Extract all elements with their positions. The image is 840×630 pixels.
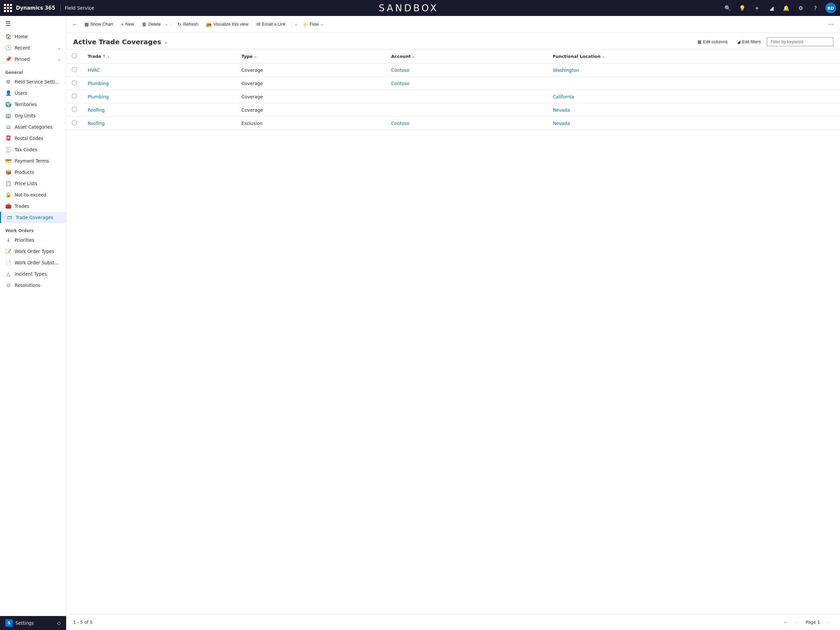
view-area: Active Trade Coverages ⌄ ▦ Edit columns … <box>66 33 840 614</box>
edit-filters-button[interactable]: ◢ Edit filters <box>734 38 764 46</box>
sidebar-item-trade-coverages[interactable]: 🗃 Trade Coverages <box>0 212 66 223</box>
row-select-cell[interactable] <box>66 103 82 117</box>
row-select-cell[interactable] <box>66 90 82 103</box>
more-button[interactable]: ··· <box>826 19 836 30</box>
waffle-menu[interactable] <box>4 4 12 12</box>
next-page-button[interactable]: → <box>823 618 833 627</box>
account-cell: Contoso <box>386 63 548 77</box>
app-name[interactable]: Field Service <box>65 5 94 11</box>
flow-dropdown-icon: ⌄ <box>321 22 323 26</box>
prev-page-button[interactable]: ← <box>792 618 803 627</box>
first-page-button[interactable]: ⇤ <box>781 618 791 627</box>
func-location-link[interactable]: Nevada <box>553 108 570 113</box>
account-cell <box>386 90 548 103</box>
data-table: Trade ↑ ⌄ Type ⌄ <box>66 50 840 130</box>
col-header-account[interactable]: Account ⌄ <box>386 50 548 63</box>
type-dropdown-icon: ⌄ <box>254 54 257 59</box>
delete-button[interactable]: 🗑 Delete <box>139 20 164 29</box>
brand-name[interactable]: Dynamics 365 <box>16 5 55 11</box>
edit-columns-button[interactable]: ▦ Edit columns <box>694 38 731 46</box>
sidebar-item-asset-categories[interactable]: 🗂 Asset Categories <box>0 121 66 133</box>
settings-icon[interactable]: ⚙ <box>796 3 805 13</box>
delete-icon: 🗑 <box>142 22 147 27</box>
new-button[interactable]: + New <box>118 20 137 29</box>
trade-link[interactable]: Plumbing <box>88 81 109 86</box>
flow-button[interactable]: ⚡ Flow ⌄ <box>299 20 327 29</box>
sidebar-item-field-service-settings[interactable]: ⚙ Field Service Setti... <box>0 76 66 87</box>
email-dropdown-icon[interactable]: ⌄ <box>295 22 298 26</box>
row-select-cell[interactable] <box>66 77 82 90</box>
sidebar-item-work-order-subst[interactable]: 📄 Work Order Subst... <box>0 257 66 268</box>
row-select-cell[interactable] <box>66 117 82 130</box>
sidebar-item-pinned[interactable]: 📌 Pinned ⌄ <box>0 54 66 65</box>
sidebar-item-products[interactable]: 📦 Products <box>0 166 66 178</box>
row-checkbox[interactable] <box>72 93 77 99</box>
sidebar-toggle[interactable]: ☰ <box>0 16 66 31</box>
sidebar-item-tax-codes[interactable]: 🧾 Tax Codes <box>0 144 66 155</box>
back-button[interactable]: ← <box>71 19 80 29</box>
trade-link[interactable]: HVAC <box>88 68 100 73</box>
edit-columns-label: Edit columns <box>703 39 728 44</box>
email-link-button[interactable]: ✉ Email a Link <box>253 20 289 29</box>
sidebar-item-payment-terms[interactable]: 💳 Payment Terms <box>0 155 66 166</box>
func-location-link[interactable]: Washington <box>553 68 579 73</box>
trade-cell: Roofing <box>82 103 236 117</box>
bell-icon[interactable]: 🔔 <box>782 3 791 13</box>
func-location-link[interactable]: Nevada <box>553 121 570 126</box>
row-checkbox[interactable] <box>72 67 77 72</box>
account-link[interactable]: Contoso <box>391 68 409 73</box>
sidebar-item-priorities[interactable]: ↓ Priorities <box>0 234 66 246</box>
sidebar-item-postal-codes[interactable]: 📮 Postal Codes <box>0 133 66 144</box>
row-checkbox[interactable] <box>72 80 77 85</box>
row-checkbox[interactable] <box>72 120 77 125</box>
sidebar-item-org-units[interactable]: 🏢 Org Units <box>0 110 66 121</box>
add-icon[interactable]: + <box>752 3 762 13</box>
main-content: ← ▦ Show Chart + New 🗑 Delete ⌄ ↻ Refres… <box>66 16 840 630</box>
sidebar-item-territories[interactable]: 🌍 Territories <box>0 99 66 110</box>
lightbulb-icon[interactable]: 💡 <box>737 3 747 13</box>
row-select-cell[interactable] <box>66 63 82 77</box>
sidebar-item-trades[interactable]: 🧰 Trades <box>0 201 66 212</box>
search-icon[interactable]: 🔍 <box>723 3 732 13</box>
filter-input[interactable] <box>767 37 833 46</box>
sidebar-label-not-to-exceed: Not-to-exceed <box>14 192 46 198</box>
filter-funnel-icon: ◢ <box>737 39 741 44</box>
func-location-link[interactable]: California <box>553 94 574 100</box>
refresh-button[interactable]: ↻ Refresh <box>174 20 202 29</box>
sidebar-item-resolutions[interactable]: ⊙ Resolutions <box>0 280 66 291</box>
app-layout: ☰ 🏠 Home 🕐 Recent ⌄ 📌 Pinned ⌄ General ⚙… <box>0 16 840 630</box>
sidebar-item-incident-types[interactable]: △ Incident Types <box>0 268 66 280</box>
help-icon[interactable]: ? <box>811 3 820 13</box>
avatar[interactable]: BD <box>826 3 836 13</box>
sidebar-item-price-lists[interactable]: 📋 Price Lists <box>0 178 66 189</box>
account-link[interactable]: Contoso <box>391 121 409 126</box>
col-header-trade[interactable]: Trade ↑ ⌄ <box>82 50 236 63</box>
user-icon: 👤 <box>5 90 11 96</box>
row-checkbox[interactable] <box>72 107 77 112</box>
sidebar-item-users[interactable]: 👤 Users <box>0 87 66 99</box>
hamburger-icon: ☰ <box>5 20 11 27</box>
sidebar-item-not-to-exceed[interactable]: 🔒 Not-to-exceed <box>0 189 66 201</box>
select-all-checkbox[interactable] <box>72 53 77 59</box>
sidebar-item-work-order-types[interactable]: 📝 Work Order Types <box>0 246 66 257</box>
col-header-type[interactable]: Type ⌄ <box>236 50 386 63</box>
delete-label: Delete <box>148 22 161 27</box>
functional-location-cell: California <box>548 90 840 103</box>
trade-link[interactable]: Plumbing <box>88 94 109 100</box>
toolbox-icon: 🧰 <box>5 203 11 209</box>
general-section: General <box>0 66 66 76</box>
visualize-button[interactable]: 📻 Visualize this view <box>203 20 251 29</box>
show-chart-button[interactable]: ▦ Show Chart <box>81 20 116 29</box>
work-order-type-icon: 📝 <box>5 249 11 254</box>
trade-link[interactable]: Roofing <box>88 121 105 126</box>
trade-link[interactable]: Roofing <box>88 108 105 113</box>
select-all-col[interactable] <box>66 50 82 63</box>
sidebar-item-recent[interactable]: 🕐 Recent ⌄ <box>0 42 66 54</box>
sidebar-item-home[interactable]: 🏠 Home <box>0 31 66 42</box>
view-title-dropdown-icon[interactable]: ⌄ <box>164 39 168 44</box>
delete-dropdown-icon[interactable]: ⌄ <box>166 22 169 26</box>
col-header-functional-location[interactable]: Functional Location ⌄ <box>548 50 840 63</box>
top-nav: Dynamics 365 Field Service SANDBOX 🔍 💡 +… <box>0 0 840 16</box>
filter-icon[interactable]: ◢ <box>767 3 776 13</box>
account-link[interactable]: Contoso <box>391 81 409 86</box>
